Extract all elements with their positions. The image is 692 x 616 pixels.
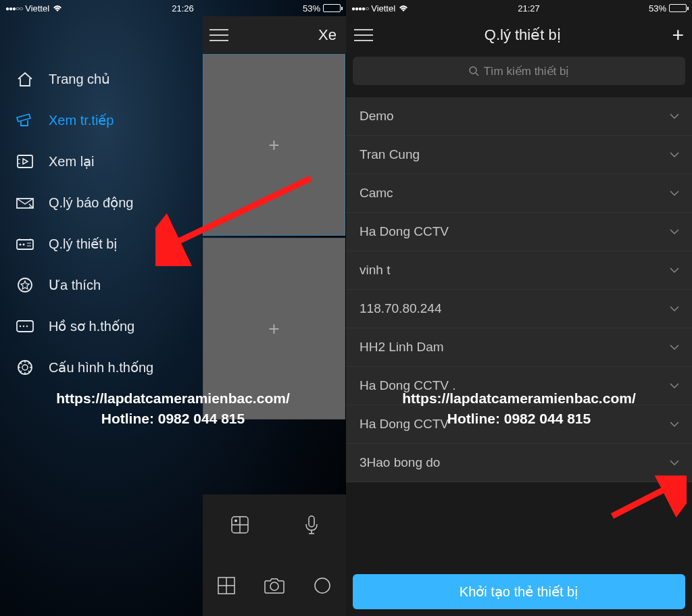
device-name: 118.70.80.244 — [360, 301, 442, 316]
device-name: 3Hao bong do — [360, 455, 440, 470]
svg-point-26 — [270, 582, 278, 590]
search-input[interactable]: Tìm kiếm thiết bị — [353, 57, 685, 85]
settings-icon — [15, 359, 35, 376]
app-header: Q.lý thiết bị + — [346, 16, 692, 54]
search-placeholder: Tìm kiếm thiết bị — [483, 64, 569, 78]
svg-rect-22 — [309, 516, 314, 527]
sidebar-item-camera[interactable]: Xem tr.tiếp — [0, 99, 203, 140]
app-header-partial: Xe — [203, 16, 346, 54]
device-row[interactable]: 118.70.80.244 — [346, 290, 692, 328]
status-bar: ●●●●○ Viettel 21:27 53% — [346, 0, 692, 16]
svg-rect-0 — [18, 155, 32, 168]
signal-dots: ●●●●○ — [351, 5, 368, 12]
wifi-icon — [398, 4, 409, 12]
battery-percent: 53% — [303, 3, 320, 14]
sidebar-item-label: Ưa thích — [49, 277, 101, 293]
sidebar-item-label: Q.lý báo động — [49, 195, 133, 211]
svg-rect-12 — [17, 321, 33, 332]
sidebar-menu: Trang chủXem tr.tiếpXem lạiQ.lý báo động… — [0, 16, 203, 616]
menu-button[interactable] — [209, 29, 228, 41]
svg-point-6 — [23, 243, 25, 245]
watermark-hotline: Hotline: 0982 044 815 — [0, 409, 346, 428]
camera-icon — [15, 111, 35, 129]
clock: 21:27 — [518, 3, 540, 14]
watermark: https://lapdatcameramienbac.com/ Hotline… — [0, 388, 346, 428]
svg-point-14 — [23, 325, 24, 326]
layout-icon[interactable] — [230, 515, 250, 535]
signal-dots: ●●●○○ — [5, 5, 22, 12]
device-name: Camc — [360, 186, 393, 201]
svg-point-13 — [20, 325, 21, 326]
carrier-label: Viettel — [25, 3, 49, 14]
annotation-arrow — [606, 476, 687, 523]
clock: 21:26 — [172, 3, 194, 14]
device-row[interactable]: Tran Cung — [346, 136, 692, 174]
playback-icon — [15, 153, 35, 170]
sidebar-item-label: Q.lý thiết bị — [49, 236, 118, 252]
camera-tile-add[interactable]: + — [203, 54, 345, 236]
mic-icon[interactable] — [304, 515, 319, 535]
sidebar-item-label: Trang chủ — [49, 71, 110, 87]
header-title-partial: Xe — [228, 26, 339, 44]
chevron-down-icon — [669, 267, 680, 274]
chevron-down-icon — [669, 344, 680, 351]
screenshot-left: ●●●○○ Viettel 21:26 53% Trang chủXem tr.… — [0, 0, 346, 616]
page-title: Q.lý thiết bị — [373, 26, 672, 44]
refresh-icon[interactable] — [312, 575, 332, 596]
device-icon — [15, 235, 35, 253]
svg-point-21 — [234, 519, 237, 522]
watermark-url: https://lapdatcameramienbac.com/ — [0, 388, 346, 408]
profile-icon — [15, 317, 35, 335]
chevron-down-icon — [669, 190, 680, 197]
init-device-card-button[interactable]: Khởi tạo thẻ thiết bị — [353, 574, 685, 609]
device-row[interactable]: vinh t — [346, 251, 692, 290]
watermark: https://lapdatcameramienbac.com/ Hotline… — [346, 388, 692, 428]
svg-line-30 — [476, 73, 478, 76]
search-icon — [468, 66, 479, 76]
device-name: Ha Dong CCTV — [360, 224, 449, 239]
battery-percent: 53% — [649, 3, 666, 14]
grid-icon[interactable] — [216, 575, 237, 596]
screenshot-right: ●●●●○ Viettel 21:27 53% Q.lý thiết bị + … — [346, 0, 692, 616]
menu-button[interactable] — [354, 29, 373, 41]
wifi-icon — [52, 4, 63, 12]
device-name: Tran Cung — [360, 147, 420, 162]
svg-point-29 — [470, 67, 476, 74]
svg-point-27 — [315, 578, 330, 593]
home-icon — [15, 70, 35, 88]
sidebar-item-label: Cấu hình h.thống — [49, 359, 153, 376]
device-name: Demo — [360, 109, 394, 124]
chevron-down-icon — [669, 459, 680, 466]
preview-grid: + + — [203, 54, 346, 540]
device-row[interactable]: 3Hao bong do — [346, 444, 692, 482]
favorite-icon — [15, 276, 35, 294]
sidebar-item-home[interactable]: Trang chủ — [0, 58, 203, 99]
sidebar-item-device[interactable]: Q.lý thiết bị — [0, 223, 203, 264]
device-row[interactable]: Demo — [346, 97, 692, 136]
device-name: HH2 Linh Dam — [360, 340, 444, 355]
add-device-button[interactable]: + — [672, 24, 684, 47]
svg-point-15 — [26, 325, 28, 326]
sidebar-item-profile[interactable]: Hồ sơ h.thống — [0, 305, 203, 346]
photo-camera-icon[interactable] — [264, 577, 285, 594]
sidebar-item-alarm[interactable]: Q.lý báo động — [0, 182, 203, 223]
sidebar-item-settings[interactable]: Cấu hình h.thống — [0, 346, 203, 388]
button-label: Khởi tạo thẻ thiết bị — [460, 584, 578, 600]
device-row[interactable]: Camc — [346, 174, 692, 213]
battery-icon — [669, 4, 687, 12]
sidebar-item-label: Xem lại — [49, 153, 95, 170]
chevron-down-icon — [669, 305, 680, 312]
device-row[interactable]: HH2 Linh Dam — [346, 328, 692, 367]
device-row[interactable]: Ha Dong CCTV — [346, 213, 692, 251]
svg-point-17 — [22, 365, 28, 370]
sidebar-item-playback[interactable]: Xem lại — [0, 140, 203, 182]
watermark-url: https://lapdatcameramienbac.com/ — [346, 388, 692, 408]
sidebar-item-label: Hồ sơ h.thống — [49, 318, 134, 334]
battery-icon — [323, 4, 341, 12]
device-name: vinh t — [360, 263, 390, 278]
chevron-down-icon — [669, 228, 680, 235]
alarm-icon — [15, 194, 35, 211]
bottom-toolbar — [203, 494, 346, 616]
chevron-down-icon — [669, 151, 680, 158]
sidebar-item-favorite[interactable]: Ưa thích — [0, 264, 203, 305]
